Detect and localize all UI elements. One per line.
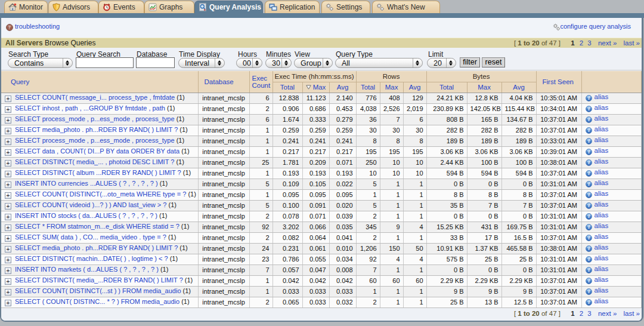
- svg-text:?: ?: [8, 25, 11, 30]
